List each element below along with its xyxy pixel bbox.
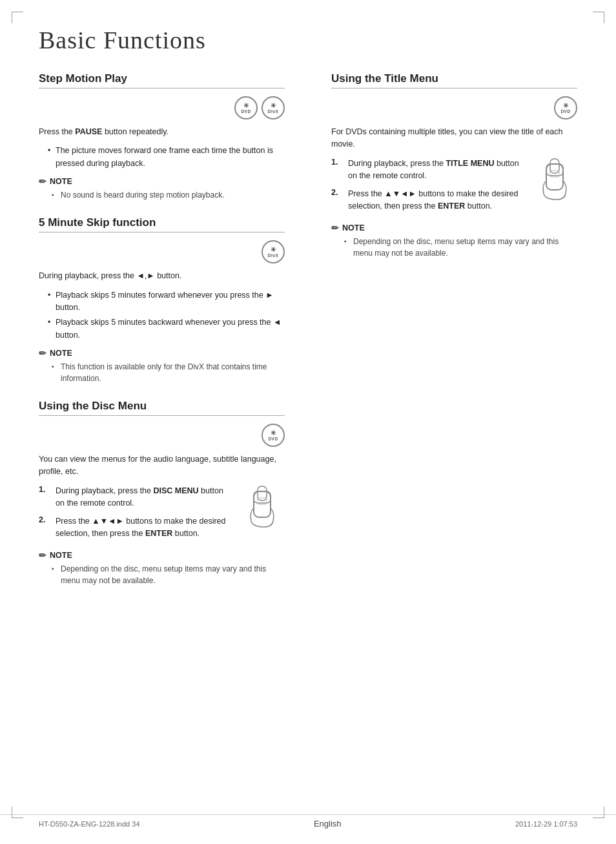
- divx-badge-5min: ✳ DivX: [262, 240, 285, 263]
- dvd-badge-disc: ✳ DVD: [262, 424, 285, 447]
- section-heading-step-motion: Step Motion Play: [39, 72, 285, 88]
- footer-center: English: [314, 819, 342, 829]
- remote-hand-disc-icon: [240, 485, 285, 537]
- note-heading-disc: ✏ NOTE: [39, 550, 285, 561]
- star-icon-3: ✳: [271, 246, 276, 253]
- section-heading-5min: 5 Minute Skip function: [39, 216, 285, 232]
- note-title-menu: ✏ NOTE Depending on the disc, menu setup…: [331, 223, 577, 259]
- bullet-item: Playback skips 5 minutes backward whenev…: [48, 316, 285, 342]
- step-2-title: 2. Press the ▲▼◄► buttons to make the de…: [331, 188, 526, 213]
- svg-rect-6: [550, 159, 559, 173]
- badge-row-5min: ✳ DivX: [39, 240, 285, 263]
- step-motion-body: Press the PAUSE button repeatedly.: [39, 126, 285, 138]
- step-2-disc: 2. Press the ▲▼◄► buttons to make the de…: [39, 515, 233, 540]
- badge-row-step-motion: ✳ DVD ✳ DivX: [39, 96, 285, 119]
- footer-left: HT-D550-ZA-ENG-1228.indd 34: [39, 820, 140, 828]
- remote-hand-title-icon: [532, 158, 577, 209]
- section-5min-skip: 5 Minute Skip function ✳ DivX During pla…: [39, 216, 285, 384]
- note-item: Depending on the disc, menu setup items …: [52, 563, 285, 586]
- disc-steps-with-image: 1. During playback, press the DISC MENU …: [39, 485, 285, 546]
- section-title-menu: Using the Title Menu ✳ DVD For DVDs cont…: [331, 72, 577, 259]
- page-title: Basic Functions: [39, 26, 577, 54]
- badge-row-title-menu: ✳ DVD: [331, 96, 577, 119]
- dvd-badge-title: ✳ DVD: [554, 96, 577, 119]
- note-item: This function is available only for the …: [52, 361, 285, 384]
- svg-rect-1: [254, 491, 271, 503]
- disc-steps: 1. During playback, press the DISC MENU …: [39, 485, 233, 546]
- corner-mark-tl: [12, 12, 23, 23]
- pencil-icon: ✏: [39, 176, 46, 187]
- dvd-badge-step-motion: ✳ DVD: [234, 96, 258, 119]
- note-step-motion: ✏ NOTE No sound is heard during step mot…: [39, 176, 285, 201]
- star-icon: ✳: [243, 102, 249, 109]
- bullet-item: Playback skips 5 minutes forward wheneve…: [48, 289, 285, 314]
- star-icon-5: ✳: [563, 102, 568, 109]
- note-item: Depending on the disc, menu setup items …: [344, 236, 577, 259]
- badge-row-disc: ✳ DVD: [39, 424, 285, 447]
- title-steps: 1. During playback, press the TITLE MENU…: [331, 158, 526, 218]
- disc-body: You can view the menus for the audio lan…: [39, 453, 285, 479]
- note-item: No sound is heard during step motion pla…: [52, 189, 285, 201]
- note-5min: ✏ NOTE This function is available only f…: [39, 348, 285, 384]
- svg-rect-2: [258, 486, 267, 500]
- section-step-motion-play: Step Motion Play ✳ DVD ✳ DivX Press the …: [39, 72, 285, 201]
- section-heading-disc: Using the Disc Menu: [39, 400, 285, 416]
- pencil-icon-4: ✏: [331, 223, 339, 233]
- pencil-icon-2: ✏: [39, 348, 46, 358]
- title-steps-with-image: 1. During playback, press the TITLE MENU…: [331, 158, 577, 218]
- star-icon-2: ✳: [271, 102, 276, 109]
- note-list-title: Depending on the disc, menu setup items …: [331, 236, 577, 259]
- svg-rect-5: [546, 164, 563, 176]
- 5min-body: During playback, press the ◄,► button.: [39, 270, 285, 282]
- note-list-5min: This function is available only for the …: [39, 361, 285, 384]
- page: Basic Functions Step Motion Play ✳ DVD ✳…: [0, 0, 616, 844]
- footer-right: 2011-12-29 1:07:53: [515, 820, 577, 828]
- step-1-title: 1. During playback, press the TITLE MENU…: [331, 158, 526, 183]
- section-disc-menu: Using the Disc Menu ✳ DVD You can view t…: [39, 400, 285, 586]
- star-icon-4: ✳: [271, 429, 276, 437]
- note-list-disc: Depending on the disc, menu setup items …: [39, 563, 285, 586]
- right-column: Using the Title Menu ✳ DVD For DVDs cont…: [320, 72, 577, 602]
- pencil-icon-3: ✏: [39, 550, 46, 561]
- left-column: Step Motion Play ✳ DVD ✳ DivX Press the …: [39, 72, 296, 602]
- note-disc: ✏ NOTE Depending on the disc, menu setup…: [39, 550, 285, 586]
- note-heading-5min: ✏ NOTE: [39, 348, 285, 358]
- note-list: No sound is heard during step motion pla…: [39, 189, 285, 201]
- footer: HT-D550-ZA-ENG-1228.indd 34 English 2011…: [0, 814, 616, 832]
- corner-mark-tr: [593, 12, 604, 23]
- divx-badge-step-motion: ✳ DivX: [262, 96, 285, 119]
- note-heading-title: ✏ NOTE: [331, 223, 577, 233]
- 5min-bullets: Playback skips 5 minutes forward wheneve…: [39, 289, 285, 342]
- note-heading: ✏ NOTE: [39, 176, 285, 187]
- step-motion-bullets: The picture moves forward one frame each…: [39, 145, 285, 170]
- columns: Step Motion Play ✳ DVD ✳ DivX Press the …: [39, 72, 577, 602]
- section-heading-title-menu: Using the Title Menu: [331, 72, 577, 88]
- step-1-disc: 1. During playback, press the DISC MENU …: [39, 485, 233, 510]
- title-menu-body: For DVDs containing multiple titles, you…: [331, 126, 577, 151]
- bullet-item: The picture moves forward one frame each…: [48, 145, 285, 170]
